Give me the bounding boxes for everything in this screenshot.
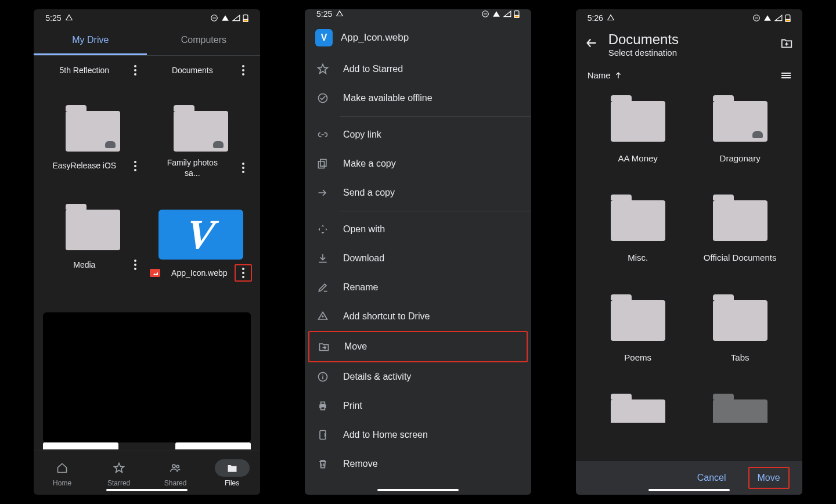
tab-my-drive[interactable]: My Drive xyxy=(34,27,147,55)
file-thumbnail: V xyxy=(158,210,243,260)
folder-partial-1[interactable] xyxy=(590,399,686,445)
menu-label: Make a copy xyxy=(343,159,396,169)
folder-icon xyxy=(66,111,120,152)
list-view-icon[interactable] xyxy=(781,73,791,78)
menu-make-copy[interactable]: Make a copy xyxy=(305,149,531,178)
nav-starred[interactable]: Starred xyxy=(91,451,147,495)
menu-add-starred[interactable]: Add to Starred xyxy=(305,55,531,84)
move-button[interactable]: Move xyxy=(748,467,790,489)
folder-icon xyxy=(611,300,665,341)
nav-label: Home xyxy=(53,479,71,487)
sort-label: Name xyxy=(588,70,611,80)
folder-misc[interactable]: Misc. xyxy=(590,200,686,285)
more-options-icon[interactable] xyxy=(127,256,144,273)
cancel-button[interactable]: Cancel xyxy=(689,468,734,488)
menu-copy-link[interactable]: Copy link xyxy=(305,120,531,149)
offline-icon xyxy=(316,92,329,104)
status-time: 5:26 xyxy=(588,13,603,23)
more-options-icon[interactable] xyxy=(127,157,144,175)
more-options-icon[interactable] xyxy=(235,159,252,177)
menu-details[interactable]: Details & activity xyxy=(305,362,531,391)
folder-tabs[interactable]: Tabs xyxy=(692,300,788,384)
star-icon xyxy=(113,462,125,474)
new-folder-icon[interactable] xyxy=(780,37,793,52)
folder-icon xyxy=(611,101,665,142)
tab-computers[interactable]: Computers xyxy=(147,27,260,55)
menu-label: Print xyxy=(343,401,362,411)
folder-partial-2[interactable] xyxy=(692,399,788,445)
menu-download[interactable]: Download xyxy=(305,244,531,273)
file-thumbnail-black[interactable] xyxy=(43,312,251,442)
gesture-handle[interactable] xyxy=(648,489,730,491)
move-icon xyxy=(318,341,330,352)
sheet-filename: App_Icon.webp xyxy=(341,32,409,44)
folder-5th-reflection[interactable]: 5th Reflection xyxy=(42,62,144,100)
menu-send-copy[interactable]: Send a copy xyxy=(305,178,531,207)
files-grid: 5th Reflection Documents EasyRelease iOS… xyxy=(34,56,260,309)
status-time: 5:25 xyxy=(316,9,332,19)
menu-home-screen[interactable]: Add to Home screen xyxy=(305,420,531,449)
menu-label: Add to Starred xyxy=(343,64,403,74)
folder-icon xyxy=(713,101,767,142)
sheet-header: V App_Icon.webp xyxy=(305,19,531,55)
folder-label: AA Money xyxy=(618,153,657,163)
phone-icon xyxy=(316,429,329,441)
folder-label: Media xyxy=(73,260,95,270)
gesture-handle[interactable] xyxy=(106,489,188,491)
menu-offline[interactable]: Make available offline xyxy=(305,84,531,113)
folder-icon xyxy=(174,111,228,152)
back-arrow-icon[interactable] xyxy=(585,37,598,53)
menu-open-with[interactable]: Open with xyxy=(305,215,531,244)
gesture-handle[interactable] xyxy=(377,489,459,491)
file-type-icon: V xyxy=(315,29,333,46)
nav-home[interactable]: Home xyxy=(34,451,91,495)
more-options-icon[interactable] xyxy=(235,62,252,79)
people-icon xyxy=(170,462,181,474)
folder-label: Dragonary xyxy=(720,153,761,163)
menu-print[interactable]: Print xyxy=(305,391,531,420)
folder-icon xyxy=(713,200,767,241)
more-options-icon[interactable] xyxy=(127,62,144,79)
folder-family-photos[interactable]: Family photos sa... xyxy=(150,111,252,200)
folder-media[interactable]: Media xyxy=(42,210,144,303)
svg-rect-9 xyxy=(514,15,519,17)
folder-easyrelease[interactable]: EasyRelease iOS xyxy=(42,111,144,200)
folder-dragonary[interactable]: Dragonary xyxy=(692,101,788,185)
destination-subtitle: Select destination xyxy=(608,48,770,57)
menu-remove[interactable]: Remove xyxy=(305,449,531,478)
svg-point-4 xyxy=(172,465,175,467)
menu-rename[interactable]: Rename xyxy=(305,273,531,302)
folder-documents[interactable]: Documents xyxy=(150,62,252,100)
drive-tabs: My Drive Computers xyxy=(34,27,260,56)
svg-point-15 xyxy=(322,375,323,376)
menu-list: Add to Starred Make available offline Co… xyxy=(305,55,531,495)
folder-icon xyxy=(66,210,120,250)
svg-rect-12 xyxy=(318,161,324,168)
status-bar: 5:25 xyxy=(305,9,531,19)
nav-shared[interactable]: Shared xyxy=(147,451,204,495)
nav-label: Files xyxy=(225,479,239,487)
folder-poems[interactable]: Poems xyxy=(590,300,686,384)
download-icon xyxy=(316,253,329,264)
menu-move[interactable]: Move xyxy=(308,331,528,362)
destination-grid: AA Money Dragonary Misc. Official Docume… xyxy=(576,85,802,461)
destination-header: Documents Select destination xyxy=(576,27,802,62)
folder-official-documents[interactable]: Official Documents xyxy=(692,200,788,285)
file-app-icon[interactable]: V App_Icon.webp xyxy=(150,210,252,303)
folder-label: Documents xyxy=(172,65,213,75)
partial-thumb-row xyxy=(34,442,260,451)
destination-title: Documents xyxy=(608,31,770,48)
sort-button[interactable]: Name xyxy=(588,70,622,80)
svg-rect-19 xyxy=(320,431,326,440)
info-icon xyxy=(316,371,329,383)
nav-files[interactable]: Files xyxy=(204,451,261,495)
folder-icon xyxy=(226,462,238,474)
menu-add-shortcut[interactable]: Add shortcut to Drive xyxy=(305,302,531,331)
folder-label: Misc. xyxy=(628,253,648,262)
folder-label: Official Documents xyxy=(704,253,777,262)
more-options-icon[interactable] xyxy=(235,264,252,282)
folder-aa-money[interactable]: AA Money xyxy=(590,101,686,185)
folder-icon xyxy=(611,200,665,241)
file-label: App_Icon.webp xyxy=(171,268,228,278)
menu-label: Send a copy xyxy=(343,188,395,198)
